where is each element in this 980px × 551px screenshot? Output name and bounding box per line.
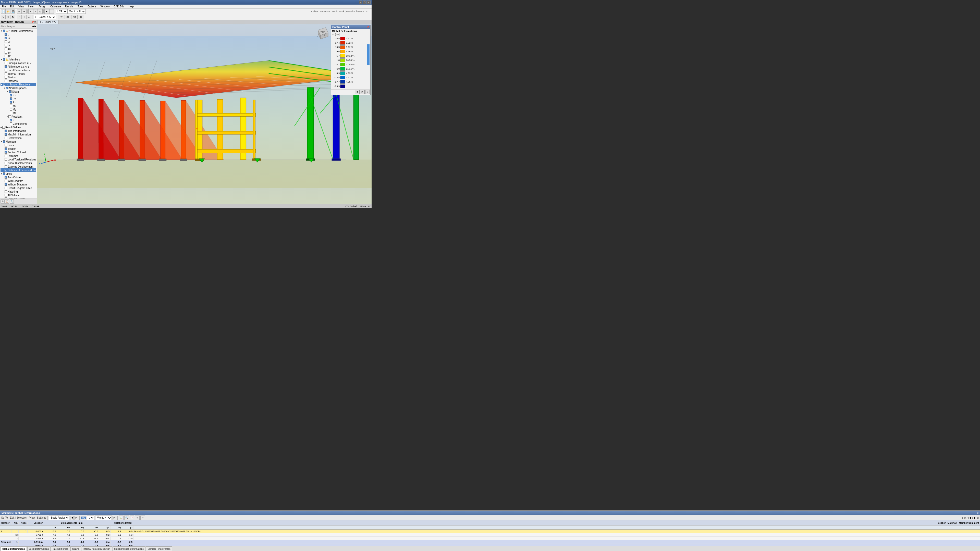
tree-check-uy[interactable] bbox=[5, 40, 7, 43]
titlebar-controls[interactable]: − □ × bbox=[359, 0, 371, 4]
tree-check-torsional[interactable] bbox=[5, 158, 7, 161]
tree-check-members1[interactable]: ✓ bbox=[3, 58, 5, 61]
zoom-out-button[interactable]: − bbox=[33, 9, 38, 14]
tree-check-stresses[interactable] bbox=[5, 79, 7, 82]
menu-window[interactable]: Window bbox=[100, 5, 110, 8]
tree-extreme-disp[interactable]: Extreme Displacement bbox=[0, 165, 36, 168]
tree-maxmin-info[interactable]: ✓ Max/Min Information bbox=[0, 133, 36, 136]
tree-check-mz[interactable] bbox=[10, 112, 12, 114]
tree-check-section-colored[interactable]: ✓ bbox=[5, 151, 7, 154]
menu-view[interactable]: View bbox=[18, 5, 25, 8]
tree-without-diagram-lines[interactable]: ✓ Without Diagram bbox=[0, 183, 36, 186]
menu-calculate[interactable]: Calculate bbox=[49, 5, 62, 8]
menu-cadbim[interactable]: CAD-BIM bbox=[113, 5, 125, 8]
status-lgrid[interactable]: LGRID bbox=[21, 205, 28, 208]
tree-section-colored[interactable]: ✓ Section Colored bbox=[0, 151, 36, 154]
tree-check-p[interactable]: ✓ bbox=[10, 119, 12, 121]
nav-icon-1[interactable]: ⚙ bbox=[0, 200, 5, 203]
tree-check-local-def[interactable] bbox=[5, 69, 7, 71]
tree-ux[interactable]: ✓ ux bbox=[0, 36, 36, 40]
tree-result-values[interactable]: ▶ Result Values bbox=[0, 125, 36, 129]
tree-support-reactions[interactable]: ▼ ✓ ⊥ Support Reactions bbox=[0, 83, 36, 86]
tree-u[interactable]: ✓ u bbox=[0, 33, 36, 36]
node-button[interactable]: • bbox=[17, 15, 22, 19]
nav-pin-button[interactable]: 📌 bbox=[31, 21, 34, 23]
cp-expand-button[interactable]: ↕ bbox=[365, 90, 370, 94]
tree-check-components[interactable] bbox=[10, 122, 12, 125]
tree-check-outlines[interactable]: ✓ bbox=[5, 169, 7, 171]
tree-uz[interactable]: uz bbox=[0, 43, 36, 47]
member-button[interactable]: | bbox=[22, 15, 27, 19]
tree-check-ux[interactable]: ✓ bbox=[5, 37, 7, 39]
tree-phix[interactable]: φx bbox=[0, 47, 36, 51]
menu-insert[interactable]: Insert bbox=[27, 5, 35, 8]
select-button[interactable]: ↖ bbox=[1, 15, 6, 19]
tree-check-all-members[interactable]: ✓ bbox=[5, 65, 7, 68]
tree-py[interactable]: ✓ Py bbox=[0, 97, 36, 100]
tree-members-2[interactable]: ▼ ✓ Members bbox=[0, 140, 36, 143]
tree-check-pz[interactable]: ✓ bbox=[10, 101, 12, 103]
tree-phiy[interactable]: φy bbox=[0, 51, 36, 54]
tree-check-u[interactable]: ✓ bbox=[5, 33, 7, 36]
tree-check-principal[interactable] bbox=[5, 62, 7, 64]
view-cube[interactable]: TOP L F bbox=[315, 25, 329, 39]
tree-p[interactable]: ✓ P bbox=[0, 118, 36, 122]
view-dropdown[interactable]: 1 - Global XYZ bbox=[33, 15, 56, 19]
undo-button[interactable]: ↩ bbox=[17, 9, 22, 14]
tree-check-result-values[interactable] bbox=[2, 126, 5, 129]
tree-check-nodal-disp[interactable] bbox=[5, 162, 7, 164]
save-button[interactable]: 💾 bbox=[11, 9, 15, 14]
fit-button[interactable]: ⊡ bbox=[38, 9, 43, 14]
menu-file[interactable]: File bbox=[1, 5, 6, 8]
surface-button[interactable]: ▭ bbox=[27, 15, 32, 19]
tree-phiz[interactable]: φz bbox=[0, 54, 36, 58]
wind-dropdown[interactable]: Viento × II bbox=[67, 9, 86, 14]
status-grid[interactable]: GRID bbox=[11, 205, 17, 208]
redo-button[interactable]: ↪ bbox=[22, 9, 27, 14]
tree-check-section[interactable]: ✓ bbox=[5, 148, 7, 150]
tree-check-nodal[interactable]: ✓ bbox=[6, 87, 8, 89]
tree-check-global-sub[interactable]: ✓ bbox=[9, 90, 11, 93]
tree-check-deformation[interactable] bbox=[5, 137, 7, 139]
tree-check-global-def[interactable]: ✓ bbox=[3, 30, 5, 32]
render-button[interactable]: ■ bbox=[45, 9, 49, 14]
tree-hatching-lines[interactable]: Hatching bbox=[0, 190, 36, 193]
zoom-in-button[interactable]: + bbox=[28, 9, 33, 14]
view-yz-button[interactable]: YZ bbox=[71, 15, 78, 19]
view-3d-button[interactable]: 3D bbox=[78, 15, 84, 19]
tree-nodal-disp[interactable]: Nodal Displacements bbox=[0, 161, 36, 165]
cp-settings-button[interactable]: ⚙ bbox=[355, 90, 360, 94]
tree-check-maxmin[interactable]: ✓ bbox=[5, 133, 7, 136]
tree-local-torsional[interactable]: Local Torsional Rotations bbox=[0, 158, 36, 161]
tree-mx[interactable]: Mx bbox=[0, 104, 36, 108]
tree-my[interactable]: My bbox=[0, 108, 36, 111]
tree-check-diag-lines[interactable] bbox=[5, 179, 7, 182]
tree-result-filled-lines[interactable]: Result Diagram Filled bbox=[0, 186, 36, 190]
tree-with-diagram-lines[interactable]: With Diagram bbox=[0, 179, 36, 183]
menu-help[interactable]: Help bbox=[128, 5, 135, 8]
tree-check-extreme-disp[interactable] bbox=[5, 165, 7, 168]
lc-dropdown[interactable]: LC4 bbox=[56, 9, 67, 14]
tree-pz[interactable]: ✓ Pz bbox=[0, 100, 36, 104]
tree-stresses[interactable]: Stresses bbox=[0, 79, 36, 83]
tree-check-phiy[interactable] bbox=[5, 51, 7, 54]
tree-check-lines-display[interactable] bbox=[5, 144, 7, 146]
tree-local-deformations[interactable]: Local Deformations bbox=[0, 68, 36, 72]
tree-check-px[interactable]: ✓ bbox=[10, 94, 12, 97]
tree-check-strains[interactable] bbox=[5, 76, 7, 79]
tree-check-py[interactable]: ✓ bbox=[10, 97, 12, 100]
tree-check-my[interactable] bbox=[10, 108, 12, 111]
wireframe-button[interactable]: □ bbox=[49, 9, 54, 14]
status-osnap[interactable]: OSNAP bbox=[32, 205, 40, 208]
viewport-tab[interactable]: 1 - Global XYZ bbox=[38, 20, 59, 24]
nav-prev-button[interactable]: ◀ bbox=[32, 25, 34, 27]
tree-two-colored-lines[interactable]: ✓ Two-Colored bbox=[0, 176, 36, 179]
tree-lines-group[interactable]: ▼ ✓ Lines bbox=[0, 172, 36, 176]
tree-extremes[interactable]: Extremes bbox=[0, 154, 36, 158]
move-button[interactable]: ✥ bbox=[6, 15, 11, 19]
tree-check-filled-lines[interactable] bbox=[5, 187, 7, 189]
menu-results[interactable]: Results bbox=[64, 5, 74, 8]
tree-all-values-lines[interactable]: All Values bbox=[0, 193, 36, 197]
close-button[interactable]: × bbox=[367, 0, 371, 4]
tree-members-1[interactable]: ▼ ✓ 📐 Members bbox=[0, 58, 36, 61]
